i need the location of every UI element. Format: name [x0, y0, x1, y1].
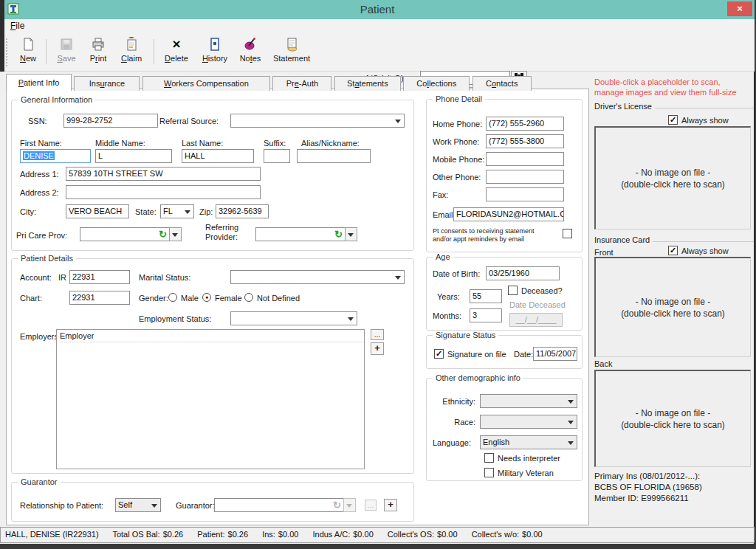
deceased-checkbox[interactable]	[508, 286, 518, 295]
phone-detail-group: Phone Detail Home Phone: (772) 555-2960 …	[426, 99, 583, 252]
city-label: City:	[20, 207, 36, 216]
suffix-label: Suffix:	[264, 139, 286, 148]
guarantor-add-button[interactable]: +	[384, 499, 397, 511]
other-phone-field[interactable]	[486, 170, 564, 184]
signature-date-field[interactable]: 11/05/2007	[533, 347, 577, 361]
insurance-back-placeholder[interactable]: - No image on file - (double-click here …	[594, 370, 751, 467]
race-select[interactable]	[480, 415, 577, 429]
status-bar: HALL, DENISE (IR22931) Total OS Bal:$0.2…	[0, 527, 755, 543]
tab-patient-info[interactable]: Patient Info	[6, 74, 72, 91]
ethnicity-select[interactable]	[480, 394, 577, 408]
save-button[interactable]: Save	[52, 37, 81, 63]
years-field[interactable]: 55	[470, 289, 502, 303]
employers-list[interactable]: Employer	[56, 329, 365, 469]
group-title: Patient Details	[18, 254, 76, 263]
fax-field[interactable]	[486, 187, 564, 201]
work-phone-field[interactable]: (772) 555-3800	[486, 134, 564, 148]
account-field[interactable]: 22931	[69, 270, 130, 284]
pri-care-prov-dropdown-button[interactable]	[169, 227, 182, 241]
new-button[interactable]: New	[13, 37, 43, 63]
tab-statements[interactable]: Statements	[334, 76, 401, 91]
marital-status-select[interactable]	[230, 270, 405, 284]
toolbar-grip[interactable]	[6, 38, 8, 66]
needs-interpreter-checkbox[interactable]	[484, 453, 494, 463]
language-select[interactable]: English	[480, 435, 577, 449]
years-label: Years:	[437, 292, 460, 301]
gender-notdefined-radio[interactable]	[244, 293, 253, 302]
pri-care-prov-field[interactable]: ↻	[80, 227, 170, 241]
insurance-front-placeholder[interactable]: - No image on file - (double-click here …	[594, 257, 751, 357]
toolbar: New Save Print Claim × Delete History No…	[4, 34, 755, 72]
guarantor-field[interactable]: ↻	[214, 498, 344, 512]
notes-button[interactable]: Notes	[235, 37, 266, 63]
referring-provider-dropdown-button[interactable]	[345, 227, 357, 241]
home-phone-field[interactable]: (772) 555-2960	[486, 117, 564, 131]
insurance-front-label: Front	[594, 248, 614, 257]
relationship-select[interactable]: Self	[115, 498, 161, 512]
group-title: Guarantor	[18, 477, 61, 486]
state-select[interactable]: FL	[160, 204, 194, 218]
dl-always-show-checkbox[interactable]: ✓	[668, 115, 678, 125]
primary-ins-line3: Member ID: E999566211	[594, 494, 689, 503]
group-title: Age	[433, 252, 453, 261]
employers-more-button[interactable]: ...	[371, 329, 384, 340]
group-title: Phone Detail	[433, 94, 485, 103]
print-button[interactable]: Print	[84, 37, 112, 63]
gender-female-radio[interactable]: ●	[202, 293, 211, 302]
dl-always-show-label: Always show	[681, 116, 729, 125]
new-page-icon	[13, 37, 43, 53]
delete-button[interactable]: × Delete	[159, 37, 193, 63]
tab-contacts[interactable]: Contacts	[472, 76, 532, 91]
mobile-phone-field[interactable]	[486, 152, 564, 166]
statement-button[interactable]: Statement	[269, 37, 315, 63]
suffix-field[interactable]	[264, 149, 290, 163]
first-name-field[interactable]: DENISE	[20, 149, 91, 163]
deceased-label: Deceased?	[521, 286, 563, 295]
claim-button[interactable]: Claim	[115, 37, 148, 63]
employment-status-select[interactable]	[230, 311, 357, 325]
tab-pre-auth[interactable]: Pre-Auth	[272, 76, 331, 91]
referral-source-select[interactable]	[230, 114, 405, 128]
gender-male-radio[interactable]	[168, 293, 177, 302]
military-veteran-checkbox[interactable]	[484, 468, 494, 477]
history-button[interactable]: History	[198, 37, 232, 63]
email-field[interactable]: FLORIDASUN2@HOTMAIL.COM	[453, 207, 564, 221]
months-field[interactable]: 3	[470, 308, 502, 322]
refresh-icon[interactable]: ↻	[159, 228, 167, 241]
email-consent-label: Pt consents to receiving statement	[433, 227, 535, 235]
last-name-field[interactable]: HALL	[182, 149, 254, 163]
middle-name-field[interactable]: L	[95, 149, 172, 163]
refresh-icon[interactable]: ↻	[334, 228, 343, 241]
guarantor-more-button[interactable]: ...	[365, 500, 377, 511]
status-indus-ac: Indus A/C:$0.00	[312, 530, 373, 539]
employers-add-button[interactable]: +	[371, 342, 384, 355]
guarantor-dropdown-button[interactable]	[343, 498, 356, 512]
alias-field[interactable]	[297, 149, 371, 163]
email-label: Email:	[433, 210, 456, 219]
menu-file[interactable]: File	[4, 19, 30, 32]
signature-on-file-checkbox[interactable]: ✓	[434, 349, 444, 359]
zip-field[interactable]: 32962-5639	[216, 204, 269, 218]
address1-field[interactable]: 57839 10TH STREET SW	[66, 167, 261, 181]
tab-insurance[interactable]: Insurance	[74, 76, 140, 91]
ssn-field[interactable]: 999-28-2752	[63, 114, 158, 128]
close-button[interactable]: ×	[727, 1, 752, 16]
group-title: Signature Status	[433, 331, 498, 339]
referring-provider-field[interactable]: ↻	[255, 227, 346, 241]
city-field[interactable]: VERO BEACH	[66, 204, 129, 218]
tab-workers-compensation[interactable]: Workers Compensation	[142, 76, 270, 91]
group-title: General Information	[18, 95, 95, 104]
employer-column-header[interactable]: Employer	[57, 330, 364, 342]
age-group: Age Date of Birth: 03/25/1960 Years: 55 …	[426, 257, 583, 331]
date-of-birth-field[interactable]: 03/25/1960	[486, 266, 560, 280]
email-consent-checkbox[interactable]	[563, 229, 572, 238]
toolbar-separator	[46, 39, 47, 64]
tab-collections[interactable]: Collections	[403, 76, 470, 91]
demographics-group: Other demographic info Ethnicity: Race: …	[426, 378, 583, 481]
drivers-license-placeholder[interactable]: - No image on file - (double-click here …	[594, 126, 751, 229]
date-deceased-field[interactable]: __/__/____	[509, 313, 563, 327]
ic-always-show-checkbox[interactable]: ✓	[668, 246, 678, 255]
chart-field[interactable]: 22931	[69, 291, 130, 305]
address2-field[interactable]	[66, 185, 261, 199]
title-bar: Patient ×	[0, 0, 755, 19]
